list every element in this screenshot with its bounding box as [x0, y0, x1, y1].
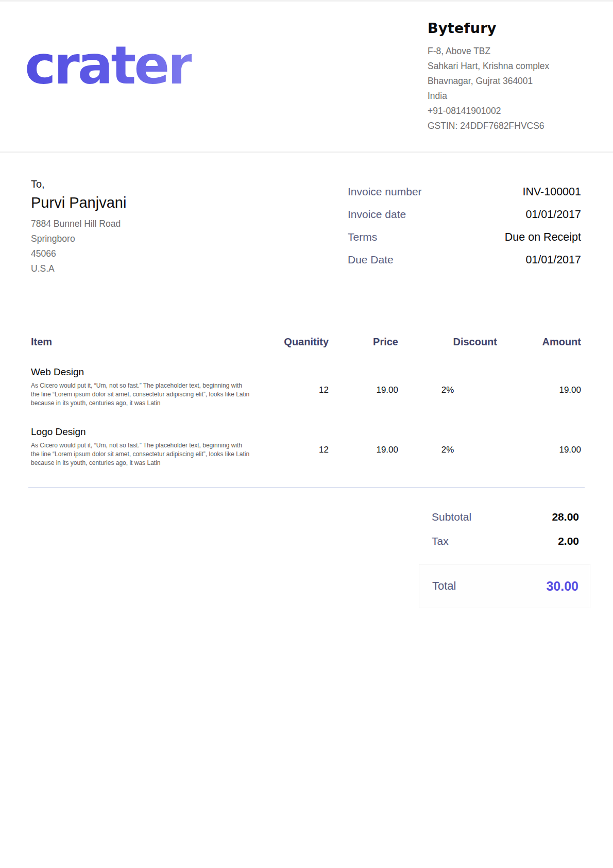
company-info: Bytefury F-8, Above TBZ Sahkari Hart, Kr…	[428, 17, 577, 133]
invoice-date-label: Invoice date	[348, 208, 406, 221]
total-box: Total 30.00	[419, 564, 590, 608]
terms-label: Terms	[348, 231, 377, 243]
totals-summary: Subtotal 28.00 Tax 2.00 Total 30.00	[419, 511, 590, 608]
customer-name: Purvi Panjvani	[31, 194, 126, 211]
tax-label: Tax	[432, 535, 449, 547]
customer-address-line: Springboro	[31, 231, 126, 246]
company-address-line: F-8, Above TBZ	[428, 44, 577, 59]
col-header-quantity: Quanitity	[252, 336, 329, 348]
company-address-line: Bhavnagar, Gujrat 364001	[428, 74, 577, 89]
col-header-item: Item	[31, 336, 252, 348]
col-header-discount: Discount	[398, 336, 497, 348]
company-address-line: India	[428, 89, 577, 104]
invoice-date-value: 01/01/2017	[525, 208, 581, 221]
item-price: 19.00	[329, 366, 398, 408]
total-label: Total	[432, 579, 456, 593]
terms-row: Terms Due on Receipt	[348, 231, 581, 244]
item-description: As Cicero would put it, “Um, not so fast…	[31, 441, 251, 468]
col-header-amount: Amount	[497, 336, 581, 348]
subtotal-row: Subtotal 28.00	[419, 511, 590, 523]
item-name: Web Design	[31, 366, 252, 378]
item-description: As Cicero would put it, “Um, not so fast…	[31, 381, 251, 408]
item-cell: Logo Design As Cicero would put it, “Um,…	[31, 426, 252, 468]
invoice-date-row: Invoice date 01/01/2017	[348, 208, 581, 221]
item-amount: 19.00	[497, 426, 581, 468]
item-cell: Web Design As Cicero would put it, “Um, …	[31, 366, 252, 408]
invoice-number-label: Invoice number	[348, 186, 422, 198]
customer-address-line: U.S.A	[31, 261, 126, 276]
company-gstin: GSTIN: 24DDF7682FHVCS6	[428, 119, 577, 133]
item-discount: 2%	[398, 426, 497, 468]
invoice-header: crater Bytefury F-8, Above TBZ Sahkari H…	[0, 2, 613, 153]
billing-section: To, Purvi Panjvani 7884 Bunnel Hill Road…	[0, 153, 613, 276]
invoice-number-value: INV-100001	[522, 186, 581, 198]
item-quantity: 12	[252, 366, 329, 408]
items-table: Item Quanitity Price Discount Amount Web…	[0, 336, 613, 468]
tax-row: Tax 2.00	[419, 535, 590, 547]
item-discount: 2%	[398, 366, 497, 408]
due-date-value: 01/01/2017	[525, 254, 581, 266]
col-header-price: Price	[329, 336, 398, 348]
subtotal-value: 28.00	[552, 511, 579, 523]
company-address-line: Sahkari Hart, Krishna complex	[428, 59, 577, 74]
company-name: Bytefury	[428, 20, 577, 36]
table-bottom-divider	[28, 487, 585, 488]
company-phone: +91-08141901002	[428, 104, 577, 119]
invoice-meta: Invoice number INV-100001 Invoice date 0…	[348, 186, 581, 276]
item-price: 19.00	[329, 426, 398, 468]
customer-address-line: 7884 Bunnel Hill Road	[31, 216, 126, 231]
total-value: 30.00	[546, 579, 578, 594]
invoice-number-row: Invoice number INV-100001	[348, 186, 581, 198]
due-date-row: Due Date 01/01/2017	[348, 254, 581, 266]
table-row: Logo Design As Cicero would put it, “Um,…	[31, 426, 581, 468]
customer-address-line: 45066	[31, 246, 126, 261]
bill-to-block: To, Purvi Panjvani 7884 Bunnel Hill Road…	[31, 178, 126, 276]
subtotal-label: Subtotal	[432, 511, 471, 523]
items-table-header: Item Quanitity Price Discount Amount	[31, 336, 581, 348]
item-amount: 19.00	[497, 366, 581, 408]
crater-logo: crater	[25, 37, 192, 94]
invoice-page: crater Bytefury F-8, Above TBZ Sahkari H…	[0, 0, 613, 868]
bill-to-label: To,	[31, 178, 126, 190]
due-date-label: Due Date	[348, 254, 394, 266]
item-quantity: 12	[252, 426, 329, 468]
table-row: Web Design As Cicero would put it, “Um, …	[31, 366, 581, 408]
item-name: Logo Design	[31, 426, 252, 438]
terms-value: Due on Receipt	[505, 231, 581, 244]
tax-value: 2.00	[558, 535, 579, 547]
